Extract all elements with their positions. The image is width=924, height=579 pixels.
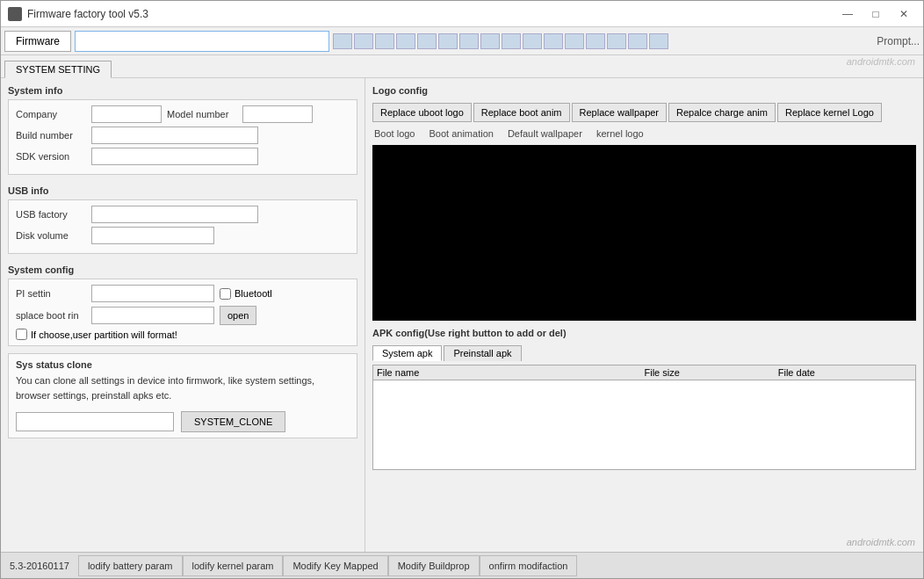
replace-charge-anim-btn[interactable]: Repalce charge anim <box>668 103 776 122</box>
apk-config-title: APK config(Use right button to add or de… <box>372 328 916 338</box>
company-row: Company Model number <box>16 105 350 123</box>
system-info-title: System info <box>8 85 357 96</box>
usb-info-section: USB info USB factory Disk volume <box>8 185 357 254</box>
progress-block-14 <box>607 33 626 49</box>
progress-block-12 <box>565 33 584 49</box>
company-input[interactable] <box>91 105 162 123</box>
system-clone-button[interactable]: SYSTEM_CLONE <box>181 411 285 432</box>
logo-config-title: Logo config <box>372 85 916 96</box>
col-file-name: File name <box>377 367 645 378</box>
clone-buttons: SYSTEM_CLONE <box>16 411 350 432</box>
open-button[interactable]: open <box>220 306 256 325</box>
watermark-top: androidmtk.com <box>847 56 915 67</box>
build-number-row: Build number <box>16 127 350 144</box>
default-wallpaper-tab[interactable]: Default wallpaper <box>506 127 584 140</box>
progress-block-8 <box>480 33 500 49</box>
progress-block-6 <box>438 33 458 49</box>
system-config-title: System config <box>8 264 357 275</box>
sdk-version-row: SDK version <box>16 148 350 165</box>
title-bar-left: Firmware factory tool v5.3 <box>8 7 148 21</box>
progress-block-5 <box>417 33 437 49</box>
left-panel: System info Company Model number Build n… <box>1 78 365 552</box>
status-key-mapped-btn[interactable]: Modify Key Mapped <box>283 555 387 576</box>
system-info-section: System info Company Model number Build n… <box>8 85 357 175</box>
col-file-date: File date <box>778 367 912 378</box>
apk-table-header: File name File size File date <box>373 365 915 380</box>
progress-block-1 <box>333 33 352 49</box>
pi-setting-input[interactable] <box>91 285 214 302</box>
company-label: Company <box>16 109 86 119</box>
model-number-input[interactable] <box>242 105 313 123</box>
replace-boot-label: splace boot rin <box>16 310 86 321</box>
usb-factory-input[interactable] <box>91 206 258 223</box>
col-file-size: File size <box>645 367 778 378</box>
bluetooth-checkbox-row: Bluetootl <box>220 288 272 300</box>
system-config-section: System config PI settin Bluetootl splace… <box>8 264 357 346</box>
status-battery-btn[interactable]: lodify battery param <box>78 555 183 576</box>
progress-block-16 <box>649 33 668 49</box>
system-config-box: PI settin Bluetootl splace boot rin open <box>8 279 357 346</box>
disk-volume-row: Disk volume <box>16 227 350 244</box>
disk-volume-input[interactable] <box>91 227 214 244</box>
status-confirm-btn[interactable]: onfirm modifaction <box>480 555 578 576</box>
build-number-input[interactable] <box>91 127 258 144</box>
kernel-logo-tab[interactable]: kernel logo <box>595 127 646 140</box>
preinstall-apk-tab[interactable]: Preinstall apk <box>444 345 521 361</box>
toolbar-input[interactable] <box>75 31 329 52</box>
replace-boot-row: splace boot rin open <box>16 306 350 325</box>
toolbar: Firmware Prompt... <box>1 27 923 55</box>
sys-status-clone-section: Sys status clone You can clone all setti… <box>8 353 357 438</box>
sdk-version-input[interactable] <box>91 148 258 165</box>
progress-block-3 <box>375 33 394 49</box>
window-title: Firmware factory tool v5.3 <box>27 8 148 20</box>
format-label: If choose,user partition will format! <box>31 329 177 340</box>
build-number-label: Build number <box>16 130 86 141</box>
boot-animation-tab[interactable]: Boot animation <box>427 127 494 140</box>
progress-block-11 <box>544 33 563 49</box>
close-button[interactable]: ✕ <box>892 5 916 23</box>
system-info-box: Company Model number Build number SDK ve… <box>8 99 357 175</box>
tab-system-setting[interactable]: SYSTEM SETTING <box>4 61 112 78</box>
clone-input[interactable] <box>16 412 174 431</box>
main-content: System info Company Model number Build n… <box>1 78 923 552</box>
usb-factory-label: USB factory <box>16 209 86 220</box>
version-label: 5.3-20160117 <box>1 558 78 574</box>
progress-block-2 <box>354 33 373 49</box>
sys-status-clone-title: Sys status clone <box>16 359 350 370</box>
replace-boot-anim-btn[interactable]: Replace boot anim <box>473 103 570 122</box>
progress-block-7 <box>459 33 479 49</box>
right-panel: Logo config Replace uboot logo Replace b… <box>365 78 923 552</box>
usb-factory-row: USB factory <box>16 206 350 223</box>
status-bar: 5.3-20160117 lodify battery param lodify… <box>1 552 923 578</box>
maximize-button[interactable]: □ <box>863 5 888 23</box>
progress-block-15 <box>628 33 647 49</box>
format-checkbox[interactable] <box>16 329 27 340</box>
bluetooth-label: Bluetootl <box>235 288 272 299</box>
usb-info-box: USB factory Disk volume <box>8 199 357 254</box>
status-buildprop-btn[interactable]: Modify Buildprop <box>388 555 480 576</box>
bluetooth-checkbox[interactable] <box>220 288 231 300</box>
app-icon <box>8 7 22 21</box>
apk-table: File name File size File date <box>372 365 916 470</box>
model-number-label: Model number <box>167 109 237 119</box>
watermark-bottom: androidmtk.com <box>847 537 915 547</box>
tab-bar: SYSTEM SETTING <box>1 55 923 78</box>
main-window: Firmware factory tool v5.3 — □ ✕ Firmwar… <box>0 0 924 579</box>
status-kernel-btn[interactable]: lodify kernel param <box>183 555 284 576</box>
progress-bar <box>333 33 870 49</box>
replace-kernel-logo-btn[interactable]: Replace kernel Logo <box>777 103 882 122</box>
firmware-button[interactable]: Firmware <box>4 31 71 52</box>
logo-preview-area <box>372 145 916 321</box>
disk-volume-label: Disk volume <box>16 230 86 241</box>
prompt-text: Prompt... <box>877 35 920 47</box>
title-bar: Firmware factory tool v5.3 — □ ✕ <box>1 1 923 27</box>
progress-block-13 <box>586 33 605 49</box>
replace-uboot-logo-btn[interactable]: Replace uboot logo <box>372 103 472 122</box>
minimize-button[interactable]: — <box>835 5 860 23</box>
boot-logo-tab[interactable]: Boot logo <box>372 127 416 140</box>
replace-boot-input[interactable] <box>91 307 214 324</box>
sdk-version-label: SDK version <box>16 151 86 162</box>
replace-wallpaper-btn[interactable]: Replace wallpaper <box>572 103 668 122</box>
apk-tabs: System apk Preinstall apk <box>372 345 916 361</box>
system-apk-tab[interactable]: System apk <box>372 345 442 361</box>
